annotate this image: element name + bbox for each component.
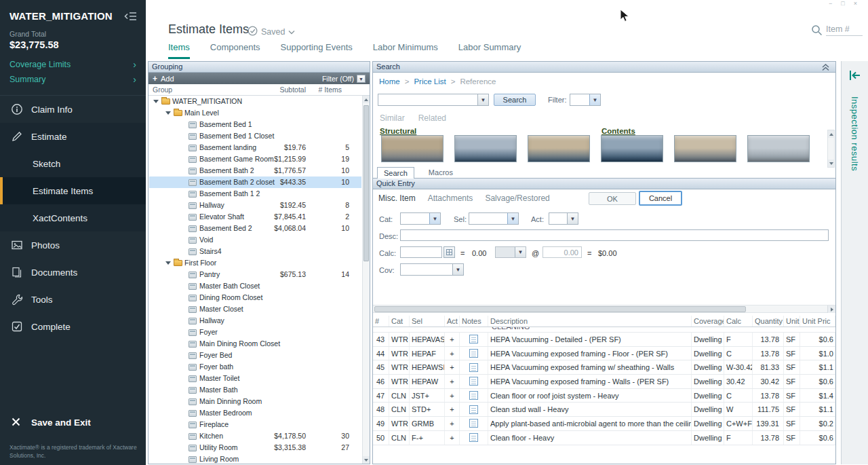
row-act[interactable]: + bbox=[445, 417, 460, 430]
item-number-input[interactable] bbox=[826, 23, 863, 36]
group-row-utility-room[interactable]: Utility Room$3,315.3827 bbox=[149, 442, 361, 453]
group-row-foyer-bath[interactable]: Foyer bath bbox=[149, 361, 361, 373]
scroll-up-arrow-icon[interactable] bbox=[363, 96, 370, 103]
column-calc[interactable]: Calc bbox=[724, 316, 753, 327]
row-act[interactable]: + bbox=[445, 431, 460, 445]
group-row-pantry[interactable]: Pantry$675.1314 bbox=[149, 269, 361, 280]
column-sel[interactable]: Sel bbox=[410, 316, 445, 327]
group-row-basement-bath-1-2[interactable]: Basement Bath 1 2 bbox=[149, 188, 361, 200]
price-list-row[interactable]: 47CLNJST++Clean floor or roof joist syst… bbox=[373, 389, 835, 403]
room-photo-2[interactable] bbox=[454, 135, 517, 162]
note-icon[interactable] bbox=[469, 405, 478, 414]
group-row-main-level[interactable]: Main Level bbox=[149, 107, 361, 119]
group-row-kitchen[interactable]: Kitchen$4,178.5030 bbox=[149, 430, 361, 442]
group-row-basement-bath-2-closet[interactable]: Basement Bath 2 closet$443.3510 bbox=[149, 176, 361, 188]
price-list-row[interactable]: 43WTRHEPAVAS+HEPA Vacuuming - Detailed -… bbox=[373, 333, 835, 347]
link-related[interactable]: Related bbox=[418, 113, 446, 123]
expand-arrow-icon[interactable] bbox=[153, 100, 159, 103]
group-row-hallway[interactable]: Hallway$192.458 bbox=[149, 200, 361, 211]
act-dropdown-arrow-icon[interactable]: ▼ bbox=[567, 213, 578, 224]
unit-select[interactable]: ▼ bbox=[495, 246, 526, 258]
group-row-void[interactable]: Void bbox=[149, 234, 361, 246]
group-row-master-closet[interactable]: Master Closet bbox=[149, 303, 361, 315]
chevron-down-icon[interactable] bbox=[288, 27, 295, 37]
note-icon[interactable] bbox=[469, 433, 478, 442]
table-horizontal-scrollbar[interactable] bbox=[373, 305, 835, 313]
sidebar-item-tools[interactable]: Tools bbox=[0, 286, 146, 313]
save-status[interactable]: Saved bbox=[248, 26, 295, 38]
tab-misc-item[interactable]: Misc. Item bbox=[378, 193, 416, 203]
column-unit[interactable]: Unit bbox=[784, 316, 800, 327]
filter-dropdown-arrow-icon[interactable]: ▼ bbox=[589, 94, 600, 105]
act-input[interactable] bbox=[549, 213, 567, 224]
save-and-exit-button[interactable]: Save and Exit bbox=[0, 411, 146, 434]
act-select[interactable]: ▼ bbox=[549, 212, 578, 225]
column-group[interactable]: Group bbox=[153, 86, 172, 94]
sidebar-item-claim-info[interactable]: Claim Info bbox=[0, 96, 146, 123]
column-subtotal[interactable]: Subtotal bbox=[279, 86, 306, 94]
category-contents[interactable]: Contents bbox=[601, 127, 635, 135]
combo-dropdown-arrow-icon[interactable]: ▼ bbox=[477, 94, 488, 105]
room-photo-3[interactable] bbox=[528, 135, 590, 162]
group-row-main-dinning-room[interactable]: Main Dinning Room bbox=[149, 396, 361, 407]
inspection-results-strip[interactable]: Inspection results bbox=[841, 61, 868, 464]
group-row-basement-bed-1-closet[interactable]: Basement Bed 1 Closet bbox=[149, 130, 361, 142]
sidebar-item-sketch[interactable]: Sketch bbox=[0, 150, 146, 177]
tab-supporting-events[interactable]: Supporting Events bbox=[281, 42, 353, 59]
sidebar-item-documents[interactable]: Documents bbox=[0, 259, 146, 286]
column-quantity[interactable]: Quantity bbox=[753, 316, 784, 327]
scroll-down-arrow-icon[interactable] bbox=[363, 456, 370, 464]
column-coverage[interactable]: Coverage bbox=[692, 316, 724, 327]
expand-arrow-icon[interactable] bbox=[165, 111, 171, 115]
price-list-row[interactable]: 48CLNSTD++Clean stud wall - HeavyDwellin… bbox=[373, 403, 835, 417]
filter-select-input[interactable] bbox=[570, 94, 589, 105]
sidebar-collapse-icon[interactable] bbox=[124, 11, 138, 22]
collapse-panel-icon[interactable] bbox=[821, 63, 830, 73]
column-description[interactable]: Description bbox=[488, 316, 692, 327]
restore-button[interactable]: □ bbox=[841, 0, 844, 7]
column-act[interactable]: Act bbox=[445, 316, 460, 327]
expand-arrow-icon[interactable] bbox=[165, 261, 171, 265]
tab-labor-minimums[interactable]: Labor Minimums bbox=[373, 42, 438, 59]
minimize-button[interactable]: − bbox=[829, 0, 832, 7]
link-similar[interactable]: Similar bbox=[380, 113, 405, 123]
calc-input[interactable] bbox=[400, 246, 442, 258]
breadcrumb-home[interactable]: Home bbox=[379, 77, 400, 86]
cat-input[interactable] bbox=[401, 213, 429, 224]
tab-items[interactable]: Items bbox=[168, 42, 190, 59]
coverage-input[interactable] bbox=[401, 264, 452, 275]
description-input[interactable] bbox=[400, 229, 829, 241]
price-list-row[interactable]: 49WTRGRMB+Apply plant-based anti-microbi… bbox=[373, 417, 835, 431]
group-row-foyer-bed[interactable]: Foyer Bed bbox=[149, 350, 361, 361]
search-button[interactable]: Search bbox=[494, 94, 536, 106]
note-icon[interactable] bbox=[469, 391, 478, 400]
group-row-stairs4[interactable]: Stairs4 bbox=[149, 246, 361, 257]
filter-dropdown-arrow-icon[interactable]: ▼ bbox=[357, 75, 366, 83]
scroll-up-arrow-icon[interactable] bbox=[828, 130, 834, 138]
row-act[interactable]: + bbox=[445, 347, 460, 360]
group-row-master-toilet[interactable]: Master Toilet bbox=[149, 373, 361, 384]
category-structural[interactable]: Structural bbox=[380, 127, 416, 135]
sidebar-item-complete[interactable]: Complete bbox=[0, 313, 146, 340]
room-photo-1[interactable] bbox=[381, 135, 443, 162]
price-list-row[interactable]: 46WTRHEPAW+HEPA Vacuuming exposed framin… bbox=[373, 375, 835, 389]
column-[interactable]: # bbox=[373, 316, 389, 327]
tab-labor-summary[interactable]: Labor Summary bbox=[458, 42, 521, 59]
scroll-right-arrow-icon[interactable] bbox=[827, 305, 835, 313]
inspection-results-label[interactable]: Inspection results bbox=[850, 96, 860, 171]
group-row-basement-bed-2[interactable]: Basement Bed 2$4,068.0410 bbox=[149, 223, 361, 234]
group-row-master-bath[interactable]: Master Bath bbox=[149, 384, 361, 396]
room-photo-6[interactable] bbox=[747, 135, 810, 162]
room-photo-5[interactable] bbox=[674, 135, 736, 162]
thumbnail-scrollbar[interactable] bbox=[827, 130, 835, 168]
cat-dropdown-arrow-icon[interactable]: ▼ bbox=[429, 213, 440, 224]
sidebar-item-estimate[interactable]: Estimate bbox=[0, 123, 146, 150]
price-list-row[interactable]: 44WTRHEPAF+HEPA Vacuuming exposed framin… bbox=[373, 347, 835, 361]
column-notes[interactable]: Notes bbox=[460, 316, 488, 327]
cat-select[interactable]: ▼ bbox=[400, 212, 441, 225]
search-icon[interactable] bbox=[811, 24, 823, 37]
sel-select[interactable]: ▼ bbox=[469, 212, 519, 225]
group-row-basement-landing[interactable]: Basement landing$19.765 bbox=[149, 142, 361, 153]
add-group-button[interactable]: Add bbox=[161, 75, 174, 83]
sidebar-item-photos[interactable]: Photos bbox=[0, 231, 146, 259]
